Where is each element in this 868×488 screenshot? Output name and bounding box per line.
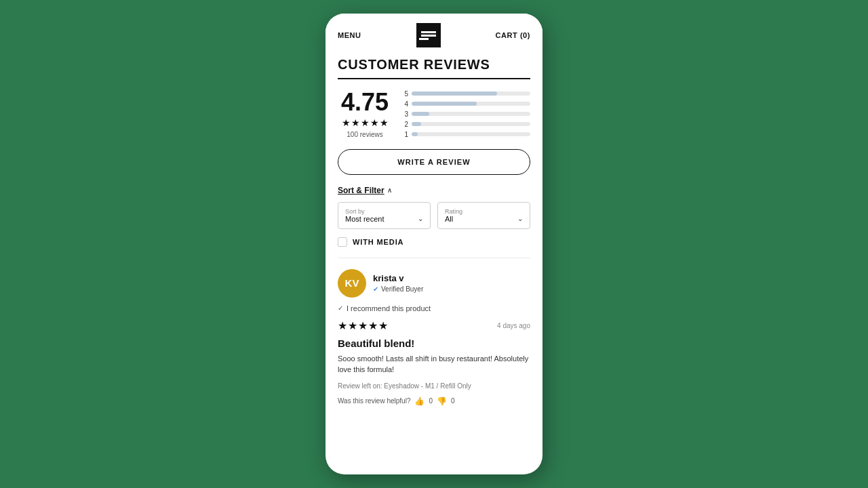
bar-row-4: 4 xyxy=(403,100,530,108)
sort-by-chevron-icon: ⌄ xyxy=(418,215,423,222)
verified-check-icon: ✔ xyxy=(373,285,378,293)
helpful-label: Was this review helpful? xyxy=(338,397,410,405)
helpful-row: Was this review helpful? 👍 0 👎 0 xyxy=(338,396,530,406)
with-media-checkbox[interactable] xyxy=(338,237,347,247)
filter-row: Sort by Most recent ⌄ Rating All ⌄ xyxy=(338,202,530,229)
verified-label: Verified Buyer xyxy=(381,285,423,293)
bar-track-4 xyxy=(412,102,530,106)
star-5: ★ xyxy=(380,117,389,128)
bar-fill-5 xyxy=(412,92,497,96)
sort-by-label: Sort by xyxy=(345,208,423,215)
bar-row-5: 5 xyxy=(403,90,530,98)
recommend-check-icon: ✓ xyxy=(338,304,343,312)
bar-track-1 xyxy=(412,132,530,136)
recommend-row: ✓ I recommend this product xyxy=(338,304,530,312)
review-star-5: ★ xyxy=(378,319,388,332)
thumbs-down-icon[interactable]: 👎 xyxy=(437,396,447,406)
review-date: 4 days ago xyxy=(497,322,530,329)
reviews-count: 100 reviews xyxy=(347,131,382,138)
rating-label: Rating xyxy=(445,208,523,215)
review-body: Sooo smooth! Lasts all shift in busy res… xyxy=(338,353,530,375)
with-media-label: WITH MEDIA xyxy=(353,238,403,246)
sort-filter-toggle[interactable]: Sort & Filter ∧ xyxy=(338,186,530,195)
avatar: KV xyxy=(338,269,366,298)
bar-fill-3 xyxy=(412,112,429,116)
bar-label-1: 1 xyxy=(403,131,408,138)
review-card: KV krista v ✔ Verified Buyer ✓ I recomme… xyxy=(338,269,530,413)
rating-left: 4.75 ★ ★ ★ ★ ★ 100 reviews xyxy=(338,90,392,138)
with-media-row: WITH MEDIA xyxy=(338,237,530,247)
phone-frame: MENU CART (0) CUSTOMER REVIEWS 4.75 ★ ★ … xyxy=(326,14,542,474)
review-divider xyxy=(338,258,530,258)
reviewer-row: KV krista v ✔ Verified Buyer xyxy=(338,269,530,298)
sort-filter-chevron-icon: ∧ xyxy=(387,186,392,194)
reviewer-info: krista v ✔ Verified Buyer xyxy=(373,273,423,293)
bar-fill-2 xyxy=(412,122,421,126)
review-stars: ★ ★ ★ ★ ★ xyxy=(338,319,388,332)
sort-by-value-row: Most recent ⌄ xyxy=(345,215,423,223)
title-divider xyxy=(338,78,530,79)
thumbs-up-icon[interactable]: 👍 xyxy=(414,396,425,406)
bar-track-5 xyxy=(412,92,530,96)
review-meta: Review left on: Eyeshadow - M1 / Refill … xyxy=(338,382,530,390)
helpful-down-count: 0 xyxy=(451,397,455,405)
review-star-1: ★ xyxy=(338,319,347,332)
review-stars-row: ★ ★ ★ ★ ★ 4 days ago xyxy=(338,319,530,332)
sort-by-value: Most recent xyxy=(345,215,384,223)
star-2: ★ xyxy=(351,117,360,128)
bar-row-2: 2 xyxy=(403,121,530,128)
page-title: CUSTOMER REVIEWS xyxy=(338,57,530,73)
rating-value-row: All ⌄ xyxy=(445,215,523,223)
write-review-button[interactable]: WRITE A REVIEW xyxy=(338,149,530,175)
recommend-text: I recommend this product xyxy=(347,304,431,312)
rating-bars: 5 4 3 2 xyxy=(403,90,530,138)
bar-track-3 xyxy=(412,112,530,116)
rating-value: All xyxy=(445,215,453,223)
star-4: ★ xyxy=(370,117,379,128)
bar-label-2: 2 xyxy=(403,121,408,128)
bar-fill-1 xyxy=(412,132,418,136)
logo-icon xyxy=(416,23,441,47)
content-area: CUSTOMER REVIEWS 4.75 ★ ★ ★ ★ ★ 100 revi… xyxy=(326,54,542,474)
review-star-3: ★ xyxy=(358,319,368,332)
rating-stars: ★ ★ ★ ★ ★ xyxy=(342,117,389,128)
review-star-4: ★ xyxy=(368,319,378,332)
logo xyxy=(416,23,441,47)
review-star-2: ★ xyxy=(348,319,357,332)
bar-row-3: 3 xyxy=(403,110,530,118)
rating-summary: 4.75 ★ ★ ★ ★ ★ 100 reviews 5 xyxy=(338,90,530,138)
cart-button[interactable]: CART (0) xyxy=(496,31,530,39)
bar-label-5: 5 xyxy=(403,90,408,98)
helpful-up-count: 0 xyxy=(429,397,433,405)
bar-track-2 xyxy=(412,122,530,126)
rating-dropdown[interactable]: Rating All ⌄ xyxy=(437,202,530,229)
bar-fill-4 xyxy=(412,102,477,106)
review-title: Beautiful blend! xyxy=(338,338,530,349)
menu-button[interactable]: MENU xyxy=(338,31,361,39)
bar-label-3: 3 xyxy=(403,110,408,118)
reviewer-name: krista v xyxy=(373,273,423,283)
bar-label-4: 4 xyxy=(403,100,408,108)
bar-row-1: 1 xyxy=(403,131,530,138)
star-1: ★ xyxy=(342,117,351,128)
rating-chevron-icon: ⌄ xyxy=(517,215,523,222)
average-rating: 4.75 xyxy=(341,90,389,115)
star-3: ★ xyxy=(361,117,370,128)
sort-by-dropdown[interactable]: Sort by Most recent ⌄ xyxy=(338,202,431,229)
sort-filter-label: Sort & Filter xyxy=(338,186,384,195)
verified-badge: ✔ Verified Buyer xyxy=(373,285,423,293)
header: MENU CART (0) xyxy=(326,14,542,54)
